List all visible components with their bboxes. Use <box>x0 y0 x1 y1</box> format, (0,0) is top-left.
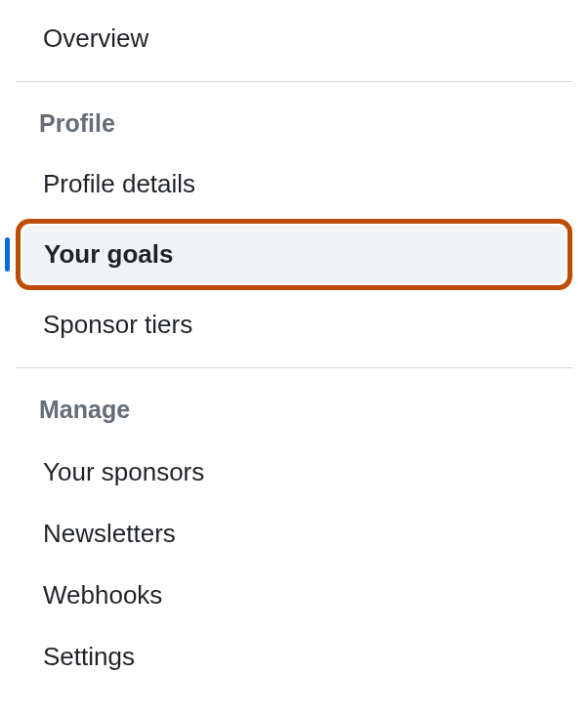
section-manage: Your sponsors Newsletters Webhooks Setti… <box>0 442 588 701</box>
section-profile: Profile details Your goals Sponsor tiers <box>0 155 588 367</box>
nav-item-your-goals[interactable]: Your goals <box>22 226 566 283</box>
nav-item-newsletters[interactable]: Newsletters <box>0 503 588 565</box>
nav-item-webhooks[interactable]: Webhooks <box>0 565 588 626</box>
nav-item-profile-details[interactable]: Profile details <box>0 155 588 213</box>
highlight-box: Your goals <box>16 219 572 290</box>
nav-item-overview[interactable]: Overview <box>0 0 588 81</box>
nav-item-sponsor-tiers[interactable]: Sponsor tiers <box>0 296 588 354</box>
section-header-profile: Profile <box>0 82 588 155</box>
nav-item-settings[interactable]: Settings <box>0 626 588 688</box>
nav-item-your-sponsors[interactable]: Your sponsors <box>0 442 588 503</box>
sidebar-nav: Overview Profile Profile details Your go… <box>0 0 588 701</box>
section-header-manage: Manage <box>0 368 588 442</box>
